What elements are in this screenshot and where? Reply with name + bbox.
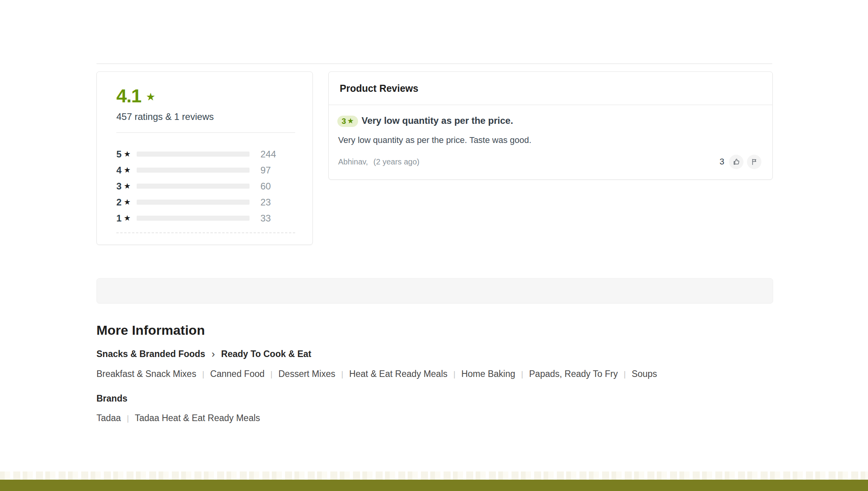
rating-distribution-row: 1 ★ 33 bbox=[116, 210, 295, 226]
category-link[interactable]: Papads, Ready To Fry | bbox=[529, 369, 632, 379]
brands-heading: Brands bbox=[96, 393, 773, 404]
star-icon: ★ bbox=[124, 166, 130, 174]
brand-link-label: Tadaa bbox=[96, 413, 121, 423]
thumbs-up-icon bbox=[733, 158, 740, 166]
rating-distribution-row: 2 ★ 23 bbox=[116, 194, 295, 210]
product-page-reviews-section: 4.1 ★ 457 ratings & 1 reviews 5 ★ 244 bbox=[0, 0, 868, 491]
category-link-label: Papads, Ready To Fry bbox=[529, 369, 618, 379]
separator: | bbox=[127, 414, 129, 423]
rating-distribution: 5 ★ 244 4 ★ 97 bbox=[116, 146, 295, 226]
review-title: Very low quantity as per the price. bbox=[362, 115, 513, 126]
rating-bar-track bbox=[137, 184, 250, 189]
brand-link-label: Tadaa Heat & Eat Ready Meals bbox=[135, 413, 260, 423]
breadcrumb-label: Ready To Cook & Eat bbox=[221, 349, 311, 359]
brand-links: Tadaa | Tadaa Heat & Eat Ready Meals | bbox=[96, 413, 773, 423]
rating-count: 33 bbox=[260, 213, 271, 224]
star-level-number: 1 bbox=[116, 213, 121, 224]
star-icon: ★ bbox=[124, 198, 130, 206]
flag-icon bbox=[750, 158, 758, 166]
rating-count: 97 bbox=[260, 165, 271, 176]
category-links: Breakfast & Snack Mixes | Canned Food | … bbox=[96, 369, 773, 379]
separator: | bbox=[624, 370, 626, 379]
category-link[interactable]: Soups | bbox=[632, 369, 657, 379]
category-link[interactable]: Breakfast & Snack Mixes | bbox=[96, 369, 210, 379]
breadcrumb-label: Snacks & Branded Foods bbox=[96, 349, 205, 359]
category-link-label: Home Baking bbox=[461, 369, 515, 379]
review-timestamp: (2 years ago) bbox=[373, 157, 419, 166]
rating-count: 244 bbox=[260, 149, 276, 160]
review-rating-value: 3 bbox=[342, 117, 346, 126]
rating-bar-track bbox=[137, 168, 250, 173]
review-rating-badge: 3 ★ bbox=[337, 116, 358, 127]
product-reviews-title: Product Reviews bbox=[340, 83, 418, 94]
average-rating-value: 4.1 bbox=[116, 85, 141, 107]
star-level-label: 4 ★ bbox=[116, 165, 137, 176]
category-link[interactable]: Canned Food | bbox=[210, 369, 278, 379]
star-level-number: 2 bbox=[116, 197, 121, 208]
brand-link[interactable]: Tadaa Heat & Eat Ready Meals | bbox=[135, 413, 260, 423]
star-icon: ★ bbox=[124, 214, 130, 222]
breadcrumb-item[interactable]: Snacks & Branded Foods › bbox=[96, 348, 221, 360]
star-level-label: 1 ★ bbox=[116, 213, 137, 224]
separator: | bbox=[202, 370, 204, 379]
rating-bar-track bbox=[137, 152, 250, 157]
more-information-heading: More Information bbox=[96, 323, 773, 338]
product-reviews-header: Product Reviews bbox=[329, 72, 772, 105]
rating-bar-track bbox=[137, 216, 250, 221]
category-link-label: Dessert Mixes bbox=[278, 369, 335, 379]
rating-distribution-row: 3 ★ 60 bbox=[116, 178, 295, 194]
footer-bar bbox=[0, 480, 868, 491]
category-link[interactable]: Dessert Mixes | bbox=[278, 369, 349, 379]
section-divider bbox=[96, 63, 772, 64]
product-reviews-card: Product Reviews 3 ★ Very low quantity as… bbox=[328, 71, 773, 180]
star-level-label: 3 ★ bbox=[116, 181, 137, 192]
separator: | bbox=[453, 370, 455, 379]
breadcrumb: Snacks & Branded Foods › Ready To Cook &… bbox=[96, 348, 773, 360]
star-level-number: 3 bbox=[116, 181, 121, 192]
brand-link[interactable]: Tadaa | bbox=[96, 413, 135, 423]
footer-watermark-strip bbox=[0, 471, 868, 480]
ratings-count-text: 457 ratings & 1 reviews bbox=[116, 111, 295, 122]
star-icon: ★ bbox=[124, 150, 130, 158]
rating-bar-track bbox=[137, 200, 250, 205]
separator: | bbox=[521, 370, 523, 379]
ratings-summary-card: 4.1 ★ 457 ratings & 1 reviews 5 ★ 244 bbox=[96, 71, 313, 245]
review-author-line: Abhinav, (2 years ago) bbox=[338, 157, 419, 166]
breadcrumb-item[interactable]: Ready To Cook & Eat › bbox=[221, 349, 311, 359]
category-link-label: Canned Food bbox=[210, 369, 264, 379]
star-level-label: 5 ★ bbox=[116, 149, 137, 160]
review-body-text: Very low quantity as per the price. Tast… bbox=[338, 135, 531, 145]
rating-count: 23 bbox=[260, 197, 271, 208]
separator: | bbox=[271, 370, 273, 379]
rating-distribution-row: 4 ★ 97 bbox=[116, 162, 295, 178]
report-button[interactable] bbox=[747, 155, 761, 169]
star-icon: ★ bbox=[347, 116, 354, 125]
category-link-label: Soups bbox=[632, 369, 657, 379]
category-link[interactable]: Home Baking | bbox=[461, 369, 529, 379]
dashed-divider bbox=[116, 232, 295, 233]
star-level-number: 5 bbox=[116, 149, 121, 160]
category-link-label: Breakfast & Snack Mixes bbox=[96, 369, 196, 379]
rating-distribution-row: 5 ★ 244 bbox=[116, 146, 295, 162]
star-level-label: 2 ★ bbox=[116, 197, 137, 208]
more-information-section: More Information Snacks & Branded Foods … bbox=[96, 323, 773, 423]
like-button[interactable] bbox=[729, 155, 743, 169]
category-link-label: Heat & Eat Ready Meals bbox=[349, 369, 447, 379]
review-author-name: Abhinav, bbox=[338, 157, 368, 166]
divider bbox=[116, 132, 295, 133]
like-count: 3 bbox=[720, 157, 724, 167]
rating-count: 60 bbox=[260, 181, 271, 192]
chevron-right-icon: › bbox=[212, 348, 215, 360]
star-level-number: 4 bbox=[116, 165, 121, 176]
star-icon: ★ bbox=[124, 182, 130, 190]
separator: | bbox=[341, 370, 343, 379]
category-link[interactable]: Heat & Eat Ready Meals | bbox=[349, 369, 461, 379]
empty-content-strip bbox=[96, 278, 773, 304]
review-item: 3 ★ Very low quantity as per the price. … bbox=[329, 105, 772, 179]
star-icon: ★ bbox=[146, 91, 155, 103]
